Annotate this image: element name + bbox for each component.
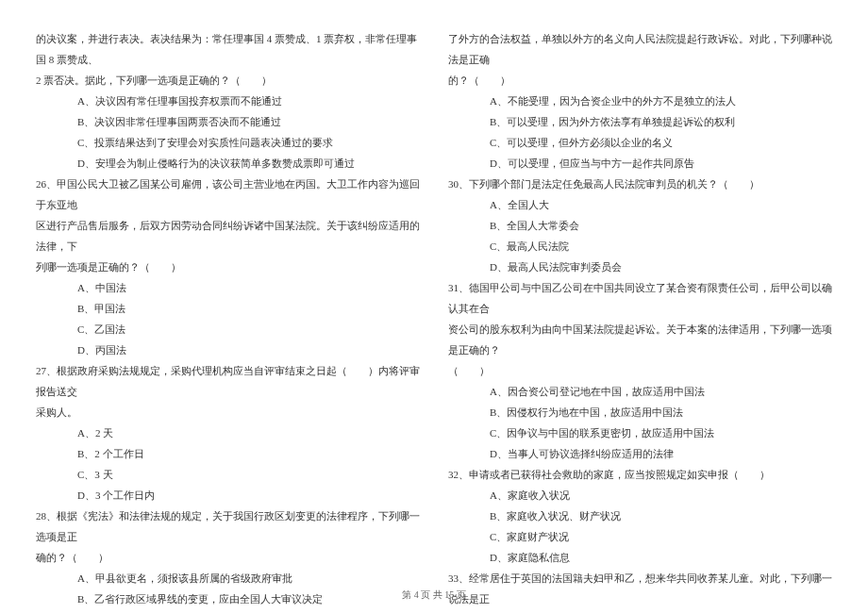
q32-option-a: A、家庭收入状况 xyxy=(448,485,832,505)
q25-intro-2: 2 票否决。据此，下列哪一选项是正确的？（ ） xyxy=(36,70,420,91)
right-column: 了外方的合法权益，单独以外方的名义向人民法院提起行政诉讼。对此，下列哪种说法是正… xyxy=(448,28,832,566)
q27-option-b: B、2 个工作日 xyxy=(36,443,420,464)
q31-option-d: D、当事人可协议选择纠纷应适用的法律 xyxy=(448,443,832,464)
q28-option-a: A、甲县欲更名，须报该县所属的省级政府审批 xyxy=(36,568,420,588)
page-footer: 第 4 页 共 15 页 xyxy=(0,588,868,602)
q32-option-c: C、家庭财产状况 xyxy=(448,526,832,547)
q32-option-b: B、家庭收入状况、财产状况 xyxy=(448,505,832,526)
q28-option-c: C、丙镇与邻近的一个镇合并，须报两镇所属的县级政府审批 xyxy=(36,609,420,613)
q28-stem-2: 确的？（ ） xyxy=(36,547,420,568)
q31-option-b: B、因侵权行为地在中国，故应适用中国法 xyxy=(448,402,832,422)
q26-stem-3: 列哪一选项是正确的？（ ） xyxy=(36,257,420,277)
q29-option-a: A、不能受理，因为合资企业中的外方不是独立的法人 xyxy=(448,91,832,111)
q29-stem-cont-1: 了外方的合法权益，单独以外方的名义向人民法院提起行政诉讼。对此，下列哪种说法是正… xyxy=(448,28,832,70)
q31-stem-1: 31、德国甲公司与中国乙公司在中国共同设立了某合资有限责任公司，后甲公司以确认其… xyxy=(448,277,832,319)
q29-option-c: C、可以受理，但外方必须以企业的名义 xyxy=(448,132,832,153)
left-column: 的决议案，并进行表决。表决结果为：常任理事国 4 票赞成、1 票弃权，非常任理事… xyxy=(36,28,420,566)
q31-option-a: A、因合资公司登记地在中国，故应适用中国法 xyxy=(448,381,832,402)
q25-option-d: D、安理会为制止侵略行为的决议获简单多数赞成票即可通过 xyxy=(36,153,420,174)
q32-option-d: D、家庭隐私信息 xyxy=(448,547,832,568)
q27-stem-1: 27、根据政府采购法规规定，采购代理机构应当自评审结束之日起（ ）内将评审报告送… xyxy=(36,360,420,402)
q27-option-a: A、2 天 xyxy=(36,422,420,443)
q26-option-b: B、甲国法 xyxy=(36,298,420,319)
exam-page: 的决议案，并进行表决。表决结果为：常任理事国 4 票赞成、1 票弃权，非常任理事… xyxy=(0,0,868,575)
q26-stem-2: 区进行产品售后服务，后双方因劳动合同纠纷诉诸中国某法院。关于该纠纷应适用的法律，… xyxy=(36,215,420,257)
q25-option-b: B、决议因非常任理事国两票否决而不能通过 xyxy=(36,111,420,132)
q30-option-c: C、最高人民法院 xyxy=(448,236,832,257)
q33-stem-2: 确的？（ ） xyxy=(448,609,832,613)
q31-option-c: C、因争议与中国的联系更密切，故应适用中国法 xyxy=(448,422,832,443)
q25-option-c: C、投票结果达到了安理会对实质性问题表决通过的要求 xyxy=(36,132,420,153)
q27-option-d: D、3 个工作日内 xyxy=(36,485,420,505)
q29-option-d: D、可以受理，但应当与中方一起作共同原告 xyxy=(448,153,832,174)
q30-option-a: A、全国人大 xyxy=(448,194,832,215)
q29-option-b: B、可以受理，因为外方依法享有单独提起诉讼的权利 xyxy=(448,111,832,132)
q25-intro-1: 的决议案，并进行表决。表决结果为：常任理事国 4 票赞成、1 票弃权，非常任理事… xyxy=(36,28,420,70)
q30-stem: 30、下列哪个部门是法定任免最高人民法院审判员的机关？（ ） xyxy=(448,174,832,194)
q25-option-a: A、决议因有常任理事国投弃权票而不能通过 xyxy=(36,91,420,111)
q27-stem-2: 采购人。 xyxy=(36,402,420,422)
q31-stem-3: （ ） xyxy=(448,360,832,381)
q29-stem-cont-2: 的？（ ） xyxy=(448,70,832,91)
q26-option-d: D、丙国法 xyxy=(36,340,420,360)
q31-stem-2: 资公司的股东权利为由向中国某法院提起诉讼。关于本案的法律适用，下列哪一选项是正确… xyxy=(448,319,832,360)
q26-option-c: C、乙国法 xyxy=(36,319,420,340)
q27-option-c: C、3 天 xyxy=(36,464,420,485)
q32-stem: 32、申请或者已获得社会救助的家庭，应当按照规定如实申报（ ） xyxy=(448,464,832,485)
q30-option-b: B、全国人大常委会 xyxy=(448,215,832,236)
q28-stem-1: 28、根据《宪法》和法律法规的规定，关于我国行政区划变更的法律程序，下列哪一选项… xyxy=(36,505,420,547)
q26-option-a: A、中国法 xyxy=(36,277,420,298)
q26-stem-1: 26、甲国公民大卫被乙国某公司雇佣，该公司主营业地在丙国。大卫工作内容为巡回于东… xyxy=(36,174,420,215)
q30-option-d: D、最高人民法院审判委员会 xyxy=(448,257,832,277)
